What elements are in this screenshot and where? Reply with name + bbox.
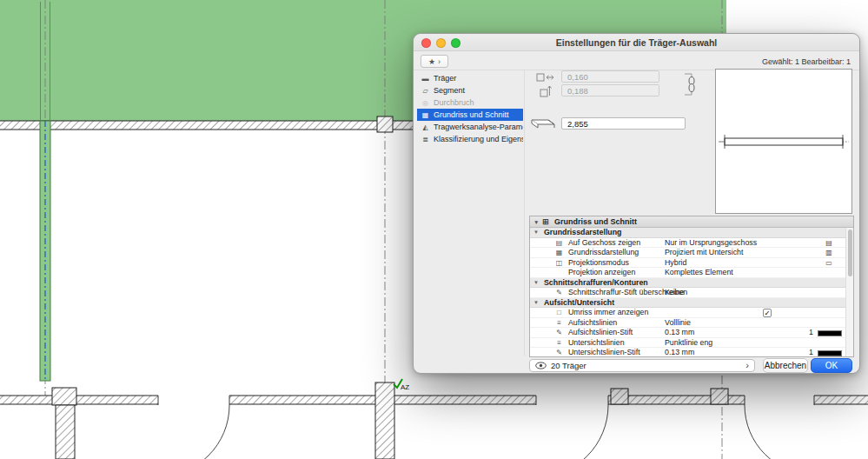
- table-row[interactable]: ▼ Aufsicht/Untersicht: [530, 298, 845, 309]
- row-icon: ▦: [553, 248, 565, 258]
- eye-icon: [535, 362, 547, 369]
- row-label: Grundrissdarstellung: [544, 228, 621, 238]
- row-value-dropdown[interactable]: Keine: [665, 288, 685, 298]
- table-row[interactable]: ▦ Grundrissdarstellung Projiziert mit Un…: [530, 248, 845, 258]
- sidebar-item-tragwerksanalyse-parameter[interactable]: ◭ Tragwerksanalyse-Parameter: [417, 121, 523, 133]
- table-group-title: Grundriss und Schnitt: [554, 216, 637, 228]
- sidebar-item-segment[interactable]: ▱ Segment: [417, 84, 523, 96]
- sidebar-item-klassifizierung-und-eigenschaften[interactable]: ≣ Klassifizierung und Eigenschaften: [417, 133, 523, 145]
- table-row[interactable]: ◫ Projektionsmodus Hybrid ▭: [530, 258, 845, 269]
- sidebar-item-label: Träger: [434, 74, 456, 83]
- sidebar-item-label: Segment: [434, 86, 465, 95]
- row-value-dropdown[interactable]: Komplettes Element: [665, 268, 733, 278]
- sidebar-item-label: Grundriss und Schnitt: [434, 110, 509, 119]
- table-row[interactable]: ▤ Auf Geschoss zeigen Nur im Ursprungsge…: [530, 238, 845, 249]
- selected-elements-label: 20 Träger: [551, 361, 586, 370]
- beam-settings-dialog: Einstellungen für die Träger-Auswahl ★ ›…: [413, 33, 860, 374]
- beam-preview[interactable]: [715, 69, 852, 214]
- sidebar-item-icon: ◎: [421, 99, 430, 107]
- row-value-dropdown[interactable]: Punktlinie eng: [665, 338, 712, 349]
- table-row[interactable]: ≡ Untersichtslinien Punktlinie eng: [530, 338, 845, 349]
- row-icon: □: [553, 308, 565, 318]
- beam-preview-drawing: [716, 70, 851, 213]
- sidebar-item-grundriss-und-schnitt[interactable]: ▦ Grundriss und Schnitt: [417, 109, 523, 121]
- plan-section-icon: ⊞: [542, 216, 549, 228]
- row-label: Projektionsmodus: [568, 258, 629, 269]
- row-value-dropdown[interactable]: Volllinie: [665, 318, 691, 329]
- row-label: Aufsichtslinien-Stift: [568, 328, 633, 338]
- scrollbar-thumb[interactable]: [848, 230, 853, 276]
- sidebar-item-durchbruch[interactable]: ◎ Durchbruch: [417, 96, 523, 109]
- check-icon: ✓: [764, 309, 770, 317]
- table-body: ▼ Grundrissdarstellung ▤ Auf Geschoss ze…: [530, 228, 845, 356]
- collapse-icon[interactable]: ▼: [533, 216, 539, 228]
- row-icon: ✎: [553, 328, 565, 338]
- row-option-icon[interactable]: ▤: [823, 238, 835, 249]
- favorites-button[interactable]: ★ ›: [421, 55, 448, 68]
- pen-number: 1: [803, 348, 813, 356]
- table-scrollbar[interactable]: [845, 228, 853, 356]
- chevron-right-icon: ›: [438, 57, 441, 66]
- sidebar-divider: [524, 70, 525, 356]
- row-value-dropdown[interactable]: 0.13 mm: [665, 348, 694, 356]
- sidebar-item-icon: ≣: [421, 136, 430, 143]
- pen-color-swatch[interactable]: [818, 330, 842, 336]
- row-value-dropdown[interactable]: Nur im Ursprungsgeschoss: [665, 238, 757, 249]
- sidebar-item-label: Tragwerksanalyse-Parameter: [434, 123, 523, 131]
- row-icon: ✎: [553, 288, 565, 298]
- section-collapse-icon[interactable]: ▼: [533, 228, 539, 238]
- dialog-title: Einstellungen für die Träger-Auswahl: [414, 37, 859, 48]
- wall-bottom[interactable]: [0, 396, 868, 404]
- selected-elements-dropdown[interactable]: 20 Träger ›: [529, 359, 755, 372]
- row-value-dropdown[interactable]: Hybrid: [665, 258, 686, 269]
- table-row[interactable]: □ Umriss immer anzeigen ✓: [530, 308, 845, 318]
- sidebar-item-icon: ▬: [421, 75, 430, 83]
- row-label: Aufsichtslinien: [568, 318, 617, 329]
- row-label: Projektion anzeigen: [568, 268, 635, 278]
- chevron-right-icon: ›: [745, 361, 749, 370]
- ok-button[interactable]: OK: [811, 358, 852, 373]
- sidebar-item-label: Durchbruch: [434, 98, 474, 107]
- cancel-button[interactable]: Abbrechen: [763, 358, 808, 373]
- section-collapse-icon[interactable]: ▼: [533, 298, 539, 309]
- sidebar-item-icon: ▱: [421, 87, 430, 95]
- star-icon: ★: [428, 57, 435, 66]
- beam-height-field[interactable]: 0,188: [561, 84, 659, 96]
- table-row[interactable]: ▼ Grundrissdarstellung: [530, 228, 845, 238]
- plan-and-section-table: ▼ ⊞ Grundriss und Schnitt ▼ Grundrissdar…: [529, 216, 854, 357]
- table-row[interactable]: ✎ Untersichtslinien-Stift 0.13 mm 1: [530, 348, 845, 356]
- pen-number: 1: [803, 328, 813, 338]
- row-option-icon[interactable]: ▭: [823, 258, 835, 269]
- row-value-dropdown[interactable]: 0.13 mm: [665, 328, 694, 338]
- row-icon: ◫: [553, 258, 565, 269]
- row-label: Aufsicht/Untersicht: [544, 298, 614, 309]
- row-icon: ≡: [553, 338, 565, 349]
- dialog-titlebar[interactable]: Einstellungen für die Träger-Auswahl: [414, 34, 859, 51]
- column-top[interactable]: [377, 116, 393, 132]
- table-row[interactable]: ✎ Schnittschraffur-Stift überschreiben K…: [530, 288, 845, 298]
- beam-length-field[interactable]: 2,855: [561, 117, 686, 130]
- row-label: Umriss immer anzeigen: [568, 308, 648, 318]
- sidebar-item-icon: ▦: [421, 111, 430, 119]
- table-group-header[interactable]: ▼ ⊞ Grundriss und Schnitt: [530, 216, 853, 228]
- selection-info: Gewählt: 1 Bearbeitbar: 1: [762, 57, 851, 66]
- table-row[interactable]: ≡ Aufsichtslinien Volllinie: [530, 318, 845, 329]
- table-row[interactable]: ✎ Aufsichtslinien-Stift 0.13 mm 1: [530, 328, 845, 338]
- pen-color-swatch[interactable]: [818, 350, 842, 356]
- row-value-dropdown[interactable]: Projiziert mit Untersicht: [665, 248, 743, 258]
- sidebar-item-traeger[interactable]: ▬ Träger: [417, 72, 523, 84]
- row-label: Auf Geschoss zeigen: [568, 238, 640, 249]
- row-label: Schnittschraffuren/Konturen: [544, 278, 648, 289]
- row-icon: ✎: [553, 348, 565, 356]
- row-option-icon[interactable]: ▥: [823, 248, 835, 258]
- row-icon: ▤: [553, 238, 565, 249]
- section-width-icon: [536, 72, 555, 83]
- table-row[interactable]: Projektion anzeigen Komplettes Element: [530, 268, 845, 278]
- row-label: Grundrissdarstellung: [568, 248, 639, 258]
- settings-sidebar: ▬ Träger ▱ Segment ◎ Durchbruch ▦ Grundr…: [417, 72, 523, 145]
- beam-width-field[interactable]: 0,160: [561, 70, 659, 83]
- checkbox[interactable]: ✓: [763, 309, 772, 317]
- section-collapse-icon[interactable]: ▼: [533, 278, 539, 289]
- table-row[interactable]: ▼ Schnittschraffuren/Konturen: [530, 278, 845, 289]
- link-dimensions-icon[interactable]: [682, 70, 698, 98]
